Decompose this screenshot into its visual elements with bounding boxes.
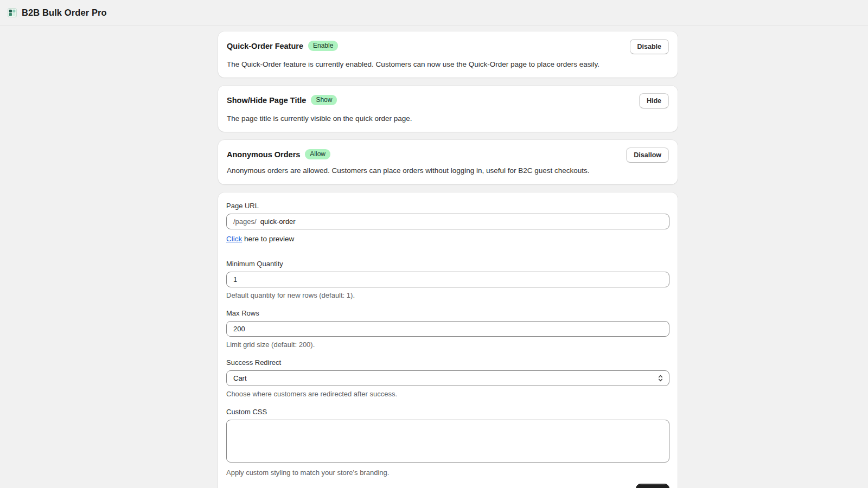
quick-order-status-badge: Enable xyxy=(308,41,338,51)
success-redirect-label: Success Redirect xyxy=(226,358,669,367)
save-row: Save xyxy=(226,484,669,488)
minimum-quantity-input[interactable] xyxy=(226,272,669,287)
minimum-quantity-field-group: Minimum Quantity Default quantity for ne… xyxy=(226,260,669,299)
minimum-quantity-help: Default quantity for new rows (default: … xyxy=(226,291,669,299)
save-button[interactable]: Save xyxy=(636,484,669,488)
custom-css-field-group: Custom CSS Apply custom styling to match… xyxy=(226,408,669,477)
max-rows-input[interactable] xyxy=(226,321,669,337)
minimum-quantity-label: Minimum Quantity xyxy=(226,260,669,268)
page-title-visibility-title: Show/Hide Page Title xyxy=(227,96,306,105)
page-title: B2B Bulk Order Pro xyxy=(22,8,107,18)
anonymous-orders-title: Anonymous Orders xyxy=(227,150,300,159)
custom-css-help: Apply custom styling to match your store… xyxy=(226,468,669,477)
success-redirect-help: Choose where customers are redirected af… xyxy=(226,390,669,398)
chevron-up-down-icon xyxy=(658,374,663,382)
page-title-status-badge: Show xyxy=(311,95,337,105)
quick-order-feature-description: The Quick-Order feature is currently ena… xyxy=(227,60,669,69)
preview-line-text: here to preview xyxy=(242,235,294,243)
page-title-visibility-description: The page title is currently visible on t… xyxy=(227,114,669,124)
success-redirect-selected-value: Cart xyxy=(233,374,247,382)
page-url-label: Page URL xyxy=(226,202,669,210)
page-url-field-group: Page URL /pages/ Click here to preview xyxy=(226,202,669,243)
anonymous-orders-card: Anonymous Orders Allow Disallow Anonymou… xyxy=(218,140,678,184)
disallow-anonymous-orders-button[interactable]: Disallow xyxy=(626,147,669,163)
max-rows-label: Max Rows xyxy=(226,309,669,317)
quick-order-feature-title: Quick-Order Feature xyxy=(227,42,303,50)
app-header: B2B Bulk Order Pro xyxy=(0,0,868,25)
settings-form-card: Page URL /pages/ Click here to preview M… xyxy=(218,192,678,488)
preview-link[interactable]: Click xyxy=(226,235,242,243)
anonymous-orders-status-badge: Allow xyxy=(305,149,330,159)
quick-order-feature-card: Quick-Order Feature Enable Disable The Q… xyxy=(218,31,678,78)
success-redirect-select[interactable]: Cart xyxy=(226,370,669,386)
page-url-prefix: /pages/ xyxy=(233,217,257,226)
disable-quick-order-button[interactable]: Disable xyxy=(630,39,669,54)
settings-content: Quick-Order Feature Enable Disable The Q… xyxy=(218,31,678,488)
page-title-visibility-card: Show/Hide Page Title Show Hide The page … xyxy=(218,86,678,132)
success-redirect-field-group: Success Redirect Cart Choose where custo… xyxy=(226,358,669,398)
hide-page-title-button[interactable]: Hide xyxy=(639,93,669,108)
page-url-input[interactable] xyxy=(260,214,662,229)
max-rows-help: Limit grid size (default: 200). xyxy=(226,341,669,349)
max-rows-field-group: Max Rows Limit grid size (default: 200). xyxy=(226,309,669,349)
anonymous-orders-description: Anonymous orders are allowed. Customers … xyxy=(227,166,669,176)
page-url-input-wrap: /pages/ xyxy=(226,214,669,229)
custom-css-label: Custom CSS xyxy=(226,408,669,416)
app-logo-icon xyxy=(8,8,17,17)
custom-css-textarea[interactable] xyxy=(226,420,669,463)
preview-line: Click here to preview xyxy=(226,235,669,243)
